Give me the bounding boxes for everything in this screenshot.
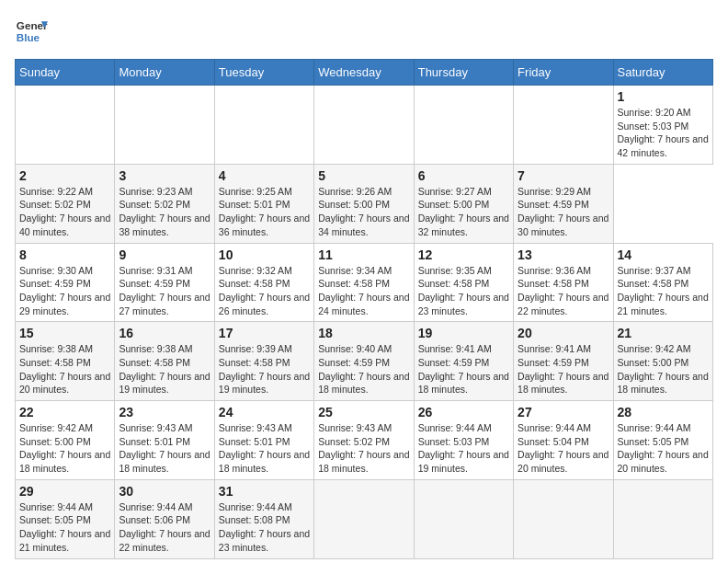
- day-info: Sunrise: 9:44 AMSunset: 5:06 PMDaylight:…: [119, 500, 210, 555]
- day-number: 28: [618, 405, 709, 419]
- day-number: 18: [318, 326, 409, 340]
- day-number: 4: [219, 168, 310, 183]
- calendar-week-row: 8Sunrise: 9:30 AMSunset: 4:59 PMDaylight…: [16, 243, 713, 322]
- day-info: Sunrise: 9:44 AMSunset: 5:05 PMDaylight:…: [618, 421, 709, 476]
- day-number: 17: [219, 326, 310, 340]
- day-info: Sunrise: 9:35 AMSunset: 4:58 PMDaylight:…: [418, 264, 509, 318]
- day-info: Sunrise: 9:29 AMSunset: 4:59 PMDaylight:…: [518, 185, 609, 239]
- calendar-body: 1Sunrise: 9:20 AMSunset: 5:03 PMDaylight…: [16, 86, 713, 559]
- calendar-day-cell: 17Sunrise: 9:39 AMSunset: 4:58 PMDayligh…: [214, 322, 313, 401]
- empty-cell: [16, 86, 115, 165]
- day-info: Sunrise: 9:44 AMSunset: 5:05 PMDaylight:…: [19, 500, 110, 555]
- calendar-day-cell: 23Sunrise: 9:43 AMSunset: 5:01 PMDayligh…: [115, 401, 214, 480]
- day-number: 11: [318, 247, 409, 262]
- day-info: Sunrise: 9:32 AMSunset: 4:58 PMDaylight:…: [219, 264, 310, 318]
- calendar-day-cell: 11Sunrise: 9:34 AMSunset: 4:58 PMDayligh…: [314, 243, 414, 322]
- empty-cell: [115, 86, 214, 165]
- svg-text:Blue: Blue: [17, 31, 40, 43]
- weekday-header-row: SundayMondayTuesdayWednesdayThursdayFrid…: [16, 60, 713, 86]
- day-number: 15: [19, 326, 110, 340]
- calendar-day-cell: 25Sunrise: 9:43 AMSunset: 5:02 PMDayligh…: [314, 401, 414, 480]
- day-info: Sunrise: 9:44 AMSunset: 5:08 PMDaylight:…: [219, 500, 310, 555]
- day-number: 9: [119, 247, 210, 262]
- day-info: Sunrise: 9:27 AMSunset: 5:00 PMDaylight:…: [418, 185, 509, 239]
- calendar-day-cell: 31Sunrise: 9:44 AMSunset: 5:08 PMDayligh…: [214, 479, 313, 558]
- calendar-day-cell: 7Sunrise: 9:29 AMSunset: 4:59 PMDaylight…: [514, 164, 613, 243]
- calendar-day-cell: 12Sunrise: 9:35 AMSunset: 4:58 PMDayligh…: [414, 243, 513, 322]
- day-number: 10: [219, 247, 310, 262]
- calendar-day-cell: 4Sunrise: 9:25 AMSunset: 5:01 PMDaylight…: [214, 164, 313, 243]
- svg-text:General: General: [17, 19, 48, 31]
- calendar-day-cell: 2Sunrise: 9:22 AMSunset: 5:02 PMDaylight…: [16, 164, 115, 243]
- calendar-week-row: 1Sunrise: 9:20 AMSunset: 5:03 PMDaylight…: [16, 86, 713, 165]
- day-info: Sunrise: 9:37 AMSunset: 4:58 PMDaylight:…: [618, 264, 709, 318]
- day-number: 21: [618, 326, 709, 340]
- calendar-day-cell: 30Sunrise: 9:44 AMSunset: 5:06 PMDayligh…: [115, 479, 214, 558]
- empty-cell: [414, 479, 513, 558]
- day-number: 2: [19, 168, 110, 183]
- logo-icon: General Blue: [15, 15, 48, 48]
- day-number: 24: [219, 405, 310, 419]
- calendar-day-cell: 28Sunrise: 9:44 AMSunset: 5:05 PMDayligh…: [613, 401, 712, 480]
- day-number: 14: [618, 247, 709, 262]
- day-info: Sunrise: 9:26 AMSunset: 5:00 PMDaylight:…: [318, 185, 409, 239]
- day-info: Sunrise: 9:40 AMSunset: 4:59 PMDaylight:…: [318, 342, 409, 396]
- calendar-week-row: 22Sunrise: 9:42 AMSunset: 5:00 PMDayligh…: [16, 401, 713, 480]
- empty-cell: [414, 86, 513, 165]
- day-number: 3: [119, 168, 210, 183]
- calendar-week-row: 29Sunrise: 9:44 AMSunset: 5:05 PMDayligh…: [16, 479, 713, 558]
- day-number: 13: [518, 247, 609, 262]
- calendar-day-cell: 5Sunrise: 9:26 AMSunset: 5:00 PMDaylight…: [314, 164, 414, 243]
- day-info: Sunrise: 9:41 AMSunset: 4:59 PMDaylight:…: [418, 342, 509, 396]
- day-info: Sunrise: 9:43 AMSunset: 5:02 PMDaylight:…: [318, 421, 409, 476]
- calendar-day-cell: 16Sunrise: 9:38 AMSunset: 4:58 PMDayligh…: [115, 322, 214, 401]
- day-info: Sunrise: 9:36 AMSunset: 4:58 PMDaylight:…: [518, 264, 609, 318]
- empty-cell: [314, 86, 414, 165]
- calendar-day-cell: 27Sunrise: 9:44 AMSunset: 5:04 PMDayligh…: [514, 401, 613, 480]
- calendar-week-row: 15Sunrise: 9:38 AMSunset: 4:58 PMDayligh…: [16, 322, 713, 401]
- calendar-day-cell: 3Sunrise: 9:23 AMSunset: 5:02 PMDaylight…: [115, 164, 214, 243]
- day-info: Sunrise: 9:42 AMSunset: 5:00 PMDaylight:…: [19, 421, 110, 476]
- day-info: Sunrise: 9:23 AMSunset: 5:02 PMDaylight:…: [119, 185, 210, 239]
- day-number: 20: [518, 326, 609, 340]
- day-info: Sunrise: 9:34 AMSunset: 4:58 PMDaylight:…: [318, 264, 409, 318]
- day-number: 29: [19, 484, 110, 499]
- weekday-header-wednesday: Wednesday: [314, 60, 414, 86]
- day-info: Sunrise: 9:38 AMSunset: 4:58 PMDaylight:…: [19, 342, 110, 396]
- day-number: 19: [418, 326, 509, 340]
- calendar-week-row: 2Sunrise: 9:22 AMSunset: 5:02 PMDaylight…: [16, 164, 713, 243]
- calendar-day-cell: 19Sunrise: 9:41 AMSunset: 4:59 PMDayligh…: [414, 322, 513, 401]
- empty-cell: [613, 479, 712, 558]
- day-number: 25: [318, 405, 409, 419]
- day-number: 5: [318, 168, 409, 183]
- day-info: Sunrise: 9:42 AMSunset: 5:00 PMDaylight:…: [618, 342, 709, 396]
- day-info: Sunrise: 9:31 AMSunset: 4:59 PMDaylight:…: [119, 264, 210, 318]
- calendar-day-cell: 14Sunrise: 9:37 AMSunset: 4:58 PMDayligh…: [613, 243, 712, 322]
- day-number: 1: [618, 89, 709, 104]
- day-number: 31: [219, 484, 310, 499]
- calendar-day-cell: 21Sunrise: 9:42 AMSunset: 5:00 PMDayligh…: [613, 322, 712, 401]
- calendar-day-cell: 9Sunrise: 9:31 AMSunset: 4:59 PMDaylight…: [115, 243, 214, 322]
- calendar-day-cell: 22Sunrise: 9:42 AMSunset: 5:00 PMDayligh…: [16, 401, 115, 480]
- calendar-table: SundayMondayTuesdayWednesdayThursdayFrid…: [15, 59, 713, 559]
- calendar-day-cell: 1Sunrise: 9:20 AMSunset: 5:03 PMDaylight…: [613, 86, 712, 165]
- weekday-header-monday: Monday: [115, 60, 214, 86]
- day-info: Sunrise: 9:38 AMSunset: 4:58 PMDaylight:…: [119, 342, 210, 396]
- day-info: Sunrise: 9:39 AMSunset: 4:58 PMDaylight:…: [219, 342, 310, 396]
- page-header: General Blue: [15, 15, 713, 48]
- weekday-header-saturday: Saturday: [613, 60, 712, 86]
- weekday-header-thursday: Thursday: [414, 60, 513, 86]
- weekday-header-sunday: Sunday: [16, 60, 115, 86]
- day-info: Sunrise: 9:20 AMSunset: 5:03 PMDaylight:…: [618, 106, 709, 160]
- calendar-day-cell: 6Sunrise: 9:27 AMSunset: 5:00 PMDaylight…: [414, 164, 513, 243]
- calendar-day-cell: 18Sunrise: 9:40 AMSunset: 4:59 PMDayligh…: [314, 322, 414, 401]
- day-number: 16: [119, 326, 210, 340]
- calendar-day-cell: 13Sunrise: 9:36 AMSunset: 4:58 PMDayligh…: [514, 243, 613, 322]
- day-info: Sunrise: 9:44 AMSunset: 5:03 PMDaylight:…: [418, 421, 509, 476]
- empty-cell: [514, 479, 613, 558]
- day-number: 8: [19, 247, 110, 262]
- day-number: 26: [418, 405, 509, 419]
- calendar-day-cell: 29Sunrise: 9:44 AMSunset: 5:05 PMDayligh…: [16, 479, 115, 558]
- calendar-day-cell: 10Sunrise: 9:32 AMSunset: 4:58 PMDayligh…: [214, 243, 313, 322]
- day-number: 7: [518, 168, 609, 183]
